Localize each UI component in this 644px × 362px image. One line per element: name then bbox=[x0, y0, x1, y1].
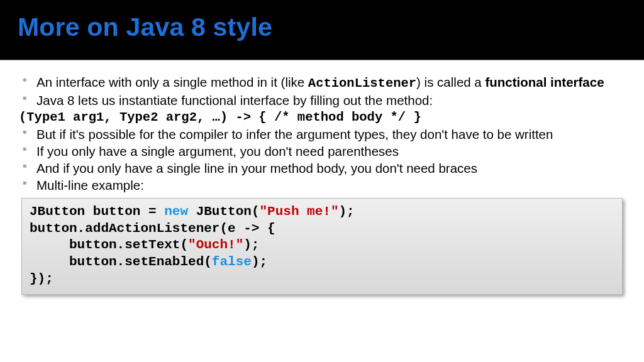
slide-content: An interface with only a single method i… bbox=[0, 60, 644, 295]
code-text: ); bbox=[252, 255, 267, 269]
bullet-item: But if it's possible for the compiler to… bbox=[19, 126, 625, 143]
title-bar: More on Java 8 style bbox=[0, 0, 644, 60]
text: ) is called a bbox=[416, 75, 485, 89]
code-text: button.setEnabled( bbox=[30, 255, 212, 269]
bullet-list: But if it's possible for the compiler to… bbox=[19, 126, 625, 194]
text: An interface with only a single method i… bbox=[36, 75, 308, 89]
text: And if you only have a single line in yo… bbox=[36, 161, 477, 175]
bullet-item: An interface with only a single method i… bbox=[19, 74, 625, 92]
inline-code: ActionListener bbox=[308, 76, 416, 90]
code-text: button.setText( bbox=[30, 238, 188, 252]
bold-text: functional interface bbox=[485, 75, 604, 89]
bullet-item: Java 8 lets us instantiate functional in… bbox=[19, 92, 625, 109]
code-text: button.addActionListener(e -> { bbox=[30, 221, 275, 236]
code-text: }); bbox=[30, 272, 53, 286]
keyword: new bbox=[164, 204, 188, 219]
code-text: JButton button = bbox=[30, 204, 164, 219]
slide-title: More on Java 8 style bbox=[18, 13, 626, 42]
bullet-item: And if you only have a single line in yo… bbox=[19, 160, 625, 177]
code-text: JButton( bbox=[188, 204, 259, 219]
text: Java 8 lets us instantiate functional in… bbox=[36, 93, 433, 107]
code-text: ); bbox=[339, 204, 355, 219]
code-example: JButton button = new JButton("Push me!")… bbox=[21, 198, 623, 295]
bullet-item: If you only have a single argument, you … bbox=[19, 143, 625, 160]
keyword: false bbox=[212, 255, 252, 269]
text: If you only have a single argument, you … bbox=[36, 144, 399, 158]
bullet-list: An interface with only a single method i… bbox=[19, 74, 625, 109]
string-literal: "Push me!" bbox=[259, 204, 338, 219]
string-literal: "Ouch!" bbox=[188, 238, 243, 252]
lambda-signature: (Type1 arg1, Type2 arg2, …) -> { /* meth… bbox=[19, 109, 625, 126]
bullet-item: Multi-line example: bbox=[19, 177, 625, 194]
text: But if it's possible for the compiler to… bbox=[36, 127, 553, 141]
text: Multi-line example: bbox=[36, 178, 144, 192]
code-text: ); bbox=[243, 238, 259, 252]
